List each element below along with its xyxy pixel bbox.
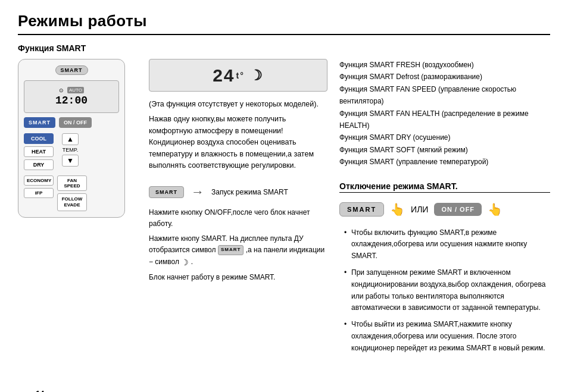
mid-intro-text: (Эта функция отсутствует у некоторых мод… xyxy=(149,99,327,175)
feature-item-2: Функция SMART FAN SPEED (управление скор… xyxy=(339,83,550,108)
remote-dry-button[interactable]: DRY xyxy=(24,159,54,170)
right-column: Функция SMART FRESH (воздухообмен) Функц… xyxy=(339,59,550,359)
mid-para4: Нажмите кнопу SMART. На дисплее пульта Д… xyxy=(149,233,327,269)
remote-display: ⊙ AUTO 12:00 xyxy=(24,80,119,113)
remote-fanspeed-button[interactable]: FAN SPEED xyxy=(57,175,87,191)
left-column: SMART ⊙ AUTO 12:00 SMART ON / OFF xyxy=(18,59,137,359)
feature-list: Функция SMART FRESH (воздухообмен) Функц… xyxy=(339,59,550,168)
mid-moon-inline: ☽ xyxy=(181,258,189,267)
bullet-list: Чтобы включить функцию SMART,в режиме ох… xyxy=(339,227,550,359)
temp-label: TEMP. xyxy=(63,147,78,153)
mid-smart-inline: SMART xyxy=(218,245,244,255)
temp-col: ▲ TEMP. ▼ xyxy=(62,133,79,167)
remote-display-icons: ⊙ AUTO xyxy=(59,87,84,93)
section-smart-title: Функция SMART xyxy=(18,43,550,53)
remote-mode-temp-row: COOL HEAT DRY ▲ TEMP. ▼ xyxy=(24,133,119,170)
remote-heat-button[interactable]: HEAT xyxy=(24,146,54,157)
ili-text: ИЛИ xyxy=(411,205,428,214)
feature-item-4: Функция SMART DRY (осушение) xyxy=(339,131,550,143)
remote-cool-button[interactable]: COOL xyxy=(24,133,54,144)
bullet-item-1: При запущенном режиме SMART и включенном… xyxy=(344,267,550,314)
bullet-item-2: Чтобы выйти из режима SMART,нажмите кноп… xyxy=(344,319,550,354)
auto-icon: AUTO xyxy=(67,87,84,93)
remote-smart-button[interactable]: SMART xyxy=(24,117,55,128)
follow-label: FOLLOW xyxy=(62,196,83,202)
bottom-right: FAN SPEED FOLLOW EVADE xyxy=(57,175,87,211)
remote-display-time: 12:00 xyxy=(55,95,88,106)
feature-item-3: Функция SMART FAN HEALTH (распределение … xyxy=(339,108,550,132)
remote-smart-badge: SMART xyxy=(55,65,88,75)
remote-bottom-row: ECONOMY IFP FAN SPEED FOLLOW EVADE xyxy=(24,175,119,211)
page-title: Режимы работы xyxy=(18,12,550,30)
mid-para1: (Эта функция отсутствует у некоторых мод… xyxy=(149,99,327,110)
feature-item-0: Функция SMART FRESH (воздухообмен) xyxy=(339,59,550,71)
launch-label: Запуск режима SMART xyxy=(211,188,288,196)
feature-item-1: Функция SMART Defrost (размораживание) xyxy=(339,71,550,83)
disconnect-onoff-button[interactable]: ON / OFF xyxy=(434,203,482,216)
finger-icon-left: 👆 xyxy=(390,202,405,217)
disconnect-smart-button[interactable]: SMART xyxy=(339,202,384,217)
middle-column: 24t° ☽ (Эта функция отсутствует у некото… xyxy=(149,59,327,359)
smart-launch-row: SMART → Запуск режима SMART xyxy=(149,184,327,200)
top-divider xyxy=(18,34,550,35)
remote-onoff-button[interactable]: ON / OFF xyxy=(59,117,92,128)
mid-para2: Нажав одну кнопку,вы можете получить ком… xyxy=(149,114,327,171)
mid-para3: Нажмите кнопку ON/OFF,после чего блок на… xyxy=(149,207,327,230)
feature-item-6: Функция SMART (управление температурой) xyxy=(339,156,550,168)
remote-main-buttons: SMART ON / OFF xyxy=(24,117,119,128)
remote-economy-button[interactable]: ECONOMY xyxy=(24,175,54,186)
launch-arrow-icon: → xyxy=(191,184,204,200)
feature-item-5: Функция SMART SOFT (мягкий режим) xyxy=(339,144,550,156)
bullet-item-0: Чтобы включить функцию SMART,в режиме ох… xyxy=(344,227,550,262)
fan-icon: ⊙ xyxy=(59,87,64,93)
mid-para5: Блок начнет работу в режиме SMART. xyxy=(149,272,327,283)
temp-up-button[interactable]: ▲ xyxy=(62,133,79,145)
disconnect-title: Отключение режима SMART. xyxy=(339,181,550,193)
display-superscript: t° xyxy=(236,71,245,80)
remote-control: SMART ⊙ AUTO 12:00 SMART ON / OFF xyxy=(18,59,125,218)
remote-followevade-button[interactable]: FOLLOW EVADE xyxy=(57,193,87,211)
display-temp: 24 xyxy=(213,65,235,86)
mid-para4c: . xyxy=(191,258,193,266)
evade-label: EVADE xyxy=(64,202,80,208)
remote-ifp-button[interactable]: IFP xyxy=(24,188,54,198)
display-box: 24t° ☽ xyxy=(149,59,327,92)
page-number: 14 xyxy=(36,389,44,392)
bottom-left: ECONOMY IFP xyxy=(24,175,54,211)
display-moon-icon: ☽ xyxy=(249,67,264,84)
mid-lower-text: Нажмите кнопку ON/OFF,после чего блок на… xyxy=(149,207,327,286)
mode-col: COOL HEAT DRY xyxy=(24,133,54,170)
finger-icon-right: 👆 xyxy=(488,202,503,217)
remote-top: SMART xyxy=(55,65,88,75)
smart-launch-button[interactable]: SMART xyxy=(149,186,184,198)
smart-onoff-row: SMART 👆 ИЛИ ON / OFF 👆 xyxy=(339,202,550,217)
temp-down-button[interactable]: ▼ xyxy=(62,155,79,167)
